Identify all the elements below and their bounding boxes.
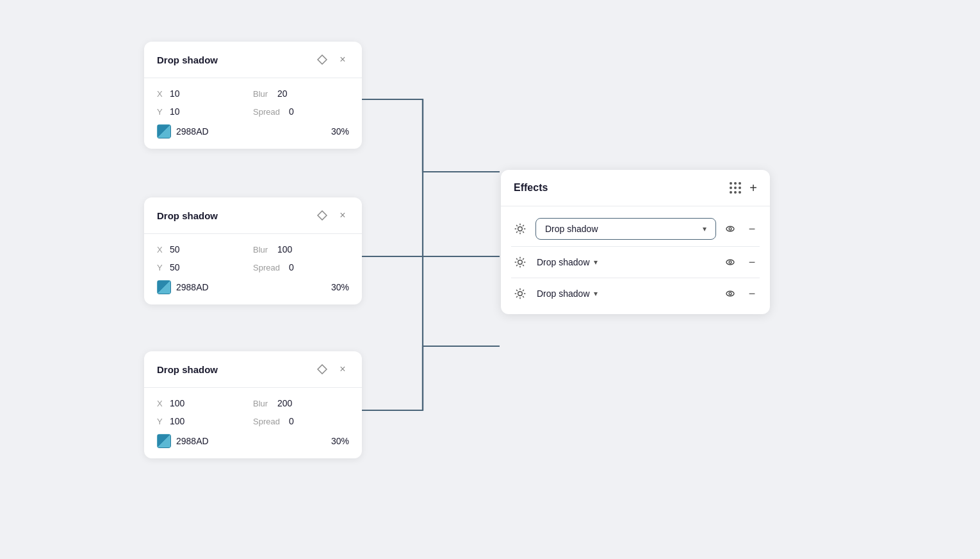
y-label-3: Y [157, 417, 165, 426]
card-2-spread-field: Spread 0 [253, 262, 349, 272]
card-3-y-spread-row: Y 100 Spread 0 [157, 416, 349, 426]
card-3-spread-field: Spread 0 [253, 416, 349, 426]
color-value-3[interactable]: 2988AD [176, 436, 209, 446]
sun-icon-3 [511, 285, 529, 303]
blur-value-3[interactable]: 200 [277, 398, 303, 408]
effects-panel: Effects + [501, 170, 770, 314]
opacity-value-1[interactable]: 30% [331, 126, 349, 137]
svg-line-32 [523, 296, 524, 297]
card-1-y-field: Y 10 [157, 106, 253, 117]
sun-icon-2 [511, 253, 529, 271]
svg-line-20 [516, 258, 518, 260]
y-value-3[interactable]: 100 [170, 416, 195, 426]
card-3-blur-field: Blur 200 [253, 398, 349, 408]
close-icon-card2[interactable]: × [336, 209, 349, 222]
svg-line-9 [516, 225, 518, 226]
visibility-toggle-3[interactable] [723, 286, 738, 301]
svg-line-31 [516, 290, 518, 291]
close-icon-card1[interactable]: × [336, 53, 349, 66]
grid-dots-icon[interactable] [730, 182, 742, 194]
spread-label-2: Spread [253, 263, 284, 272]
card-2-color-field: 2988AD [157, 280, 331, 294]
spread-value-1[interactable]: 0 [289, 106, 314, 117]
remove-effect-1[interactable]: − [744, 221, 760, 237]
blur-label-1: Blur [253, 89, 272, 99]
remove-effect-3[interactable]: − [744, 286, 760, 301]
card-2-x-field: X 50 [157, 244, 253, 254]
svg-line-21 [523, 265, 524, 266]
svg-point-36 [729, 292, 731, 295]
svg-line-12 [516, 231, 518, 233]
svg-marker-1 [318, 211, 327, 220]
blur-value-2[interactable]: 100 [277, 244, 303, 254]
card-2-title: Drop shadow [157, 210, 218, 221]
x-value-1[interactable]: 10 [170, 88, 195, 99]
card-1-header: Drop shadow × [144, 42, 362, 78]
x-value-2[interactable]: 50 [170, 244, 195, 254]
y-value-2[interactable]: 50 [170, 262, 195, 272]
svg-point-24 [726, 260, 734, 265]
card-3-color-row: 2988AD 30% [157, 434, 349, 448]
visibility-toggle-1[interactable] [723, 221, 738, 237]
remove-effect-2[interactable]: − [744, 254, 760, 270]
svg-point-15 [518, 260, 523, 265]
svg-line-23 [516, 265, 518, 266]
effect-name-3: Drop shadow [537, 288, 590, 299]
svg-line-11 [523, 225, 524, 226]
effect-row-2-label-area[interactable]: Drop shadow ▾ [535, 254, 716, 270]
color-value-1[interactable]: 2988AD [176, 126, 209, 137]
drop-shadow-card-1: Drop shadow × X 10 Blur 20 Y 10 [144, 42, 362, 149]
drop-shadow-card-3: Drop shadow × X 100 Blur 200 Y 100 [144, 351, 362, 458]
card-1-actions: × [316, 53, 349, 66]
opacity-value-2[interactable]: 30% [331, 282, 349, 292]
svg-line-22 [523, 258, 524, 260]
chevron-icon-1: ▾ [703, 224, 706, 233]
blur-label-3: Blur [253, 399, 272, 408]
card-3-color-field: 2988AD [157, 434, 331, 448]
card-3-header: Drop shadow × [144, 351, 362, 388]
x-value-3[interactable]: 100 [170, 398, 195, 408]
opacity-value-3[interactable]: 30% [331, 436, 349, 446]
color-swatch-2[interactable] [157, 280, 171, 294]
card-1-xy-row: X 10 Blur 20 [157, 88, 349, 99]
card-3-body: X 100 Blur 200 Y 100 Spread 0 2988AD 3 [144, 388, 362, 458]
card-2-actions: × [316, 209, 349, 222]
card-1-x-field: X 10 [157, 88, 253, 99]
card-2-body: X 50 Blur 100 Y 50 Spread 0 2988AD 30% [144, 234, 362, 305]
card-1-color-row: 2988AD 30% [157, 124, 349, 138]
effect-dropdown-1[interactable]: Drop shadow ▾ [535, 218, 716, 240]
y-value-1[interactable]: 10 [170, 106, 195, 117]
effect-row-2: Drop shadow ▾ − [501, 247, 770, 278]
card-3-x-field: X 100 [157, 398, 253, 408]
diamond-icon-card3[interactable] [316, 363, 329, 376]
spread-value-3[interactable]: 0 [289, 416, 314, 426]
close-icon-card3[interactable]: × [336, 363, 349, 376]
svg-marker-0 [318, 55, 327, 64]
card-1-spread-field: Spread 0 [253, 106, 349, 117]
card-1-body: X 10 Blur 20 Y 10 Spread 0 2988AD 30% [144, 78, 362, 149]
blur-value-1[interactable]: 20 [277, 88, 303, 99]
effect-row-3: Drop shadow ▾ − [501, 278, 770, 309]
spread-value-2[interactable]: 0 [289, 262, 314, 272]
diamond-icon-card2[interactable] [316, 209, 329, 222]
color-swatch-1[interactable] [157, 124, 171, 138]
effects-header: Effects + [501, 170, 770, 206]
svg-line-33 [523, 290, 524, 291]
card-2-color-row: 2988AD 30% [157, 280, 349, 294]
card-2-xy-row: X 50 Blur 100 [157, 244, 349, 254]
card-3-title: Drop shadow [157, 364, 218, 375]
svg-line-10 [523, 231, 524, 233]
diamond-icon-card1[interactable] [316, 53, 329, 66]
card-2-blur-field: Blur 100 [253, 244, 349, 254]
svg-point-14 [729, 228, 731, 230]
effect-name-2: Drop shadow [537, 257, 590, 267]
card-1-title: Drop shadow [157, 54, 218, 65]
color-swatch-3[interactable] [157, 434, 171, 448]
effect-row-3-label-area[interactable]: Drop shadow ▾ [535, 286, 716, 301]
effect-name-1: Drop shadow [545, 224, 598, 234]
add-effect-button[interactable]: + [749, 181, 757, 194]
visibility-toggle-2[interactable] [723, 254, 738, 270]
color-value-2[interactable]: 2988AD [176, 282, 209, 292]
x-label-1: X [157, 89, 165, 99]
effect-row-1: Drop shadow ▾ − [501, 212, 770, 246]
